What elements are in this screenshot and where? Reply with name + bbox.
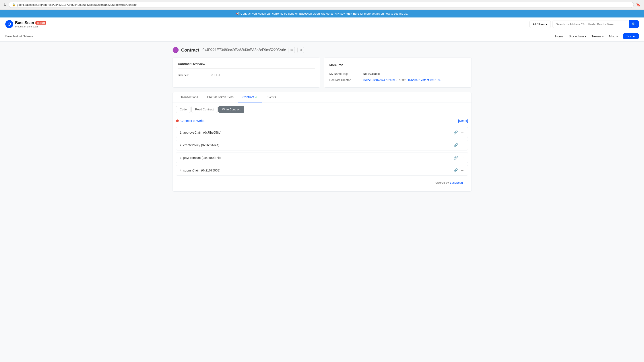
creator-value: 0x0ee812462944702c39... at txn 0x6d8a317… xyxy=(363,78,442,82)
function-expand-icon-3[interactable]: → xyxy=(461,156,464,160)
main-content: 🟣 Contract 0x4D221E73480a49f5b6B43cEA5c2… xyxy=(167,42,477,197)
search-button[interactable]: 🔍 xyxy=(629,20,639,28)
balance-value: 0 ETH xyxy=(212,73,220,77)
contract-emoji-icon: 🟣 xyxy=(172,47,179,53)
main-nav: Home Blockchain ▾ Tokens ▾ Misc ▾ Testne… xyxy=(555,33,639,39)
function-name: 1. approveClaim (0x7fbe658c) xyxy=(180,131,222,134)
filter-button[interactable]: All Filters ▾ xyxy=(530,20,551,28)
tab-transactions[interactable]: Transactions xyxy=(176,92,203,102)
testnet-nav-button[interactable]: Testnet xyxy=(623,33,639,39)
browser-bar: ↻ 🔒 goerli.basescan.org/address/0x4d221e… xyxy=(0,0,644,10)
url-bar: 🔒 goerli.basescan.org/address/0x4d221e73… xyxy=(9,2,634,8)
more-info-card: More Info ⋮ My Name Tag: Not Available C… xyxy=(324,57,472,88)
tabs-container: Transactions ERC20 Token Txns Contract ✔… xyxy=(172,92,472,192)
misc-chevron-icon: ▾ xyxy=(616,34,618,38)
function-actions: 🔗 → xyxy=(454,156,464,160)
connect-web3-link[interactable]: Connect to Web3 xyxy=(180,119,204,123)
function-expand-icon-2[interactable]: → xyxy=(461,143,464,147)
refresh-button[interactable]: ↻ xyxy=(4,3,6,7)
name-tag-value: Not Available xyxy=(363,72,380,75)
banner-suffix: for more details on how to set this up. xyxy=(360,12,408,15)
more-info-title: More Info xyxy=(329,63,343,67)
nav-tokens[interactable]: Tokens ▾ xyxy=(592,34,604,39)
contract-overview-title: Contract Overview xyxy=(178,62,315,69)
basescan-link[interactable]: BaseScan xyxy=(450,181,463,184)
logo-name: BaseScan Testnet xyxy=(15,20,46,25)
subtab-write-contract[interactable]: Write Contract xyxy=(218,106,244,113)
logo-area: BaseScan Testnet Product of Etherscan xyxy=(5,20,46,28)
function-link-icon-1[interactable]: 🔗 xyxy=(454,130,458,135)
site-header: BaseScan Testnet Product of Etherscan Al… xyxy=(0,17,644,31)
function-name: 4. submitClaim (0x91675063) xyxy=(180,169,220,172)
connect-bar: Connect to Web3 [Reset] xyxy=(176,116,468,125)
qr-code-button[interactable]: ⊞ xyxy=(298,47,304,53)
sub-tabs: Code Read Contract Write Contract xyxy=(172,102,472,113)
filter-label: All Filters xyxy=(533,22,544,26)
nav-blockchain[interactable]: Blockchain ▾ xyxy=(569,34,586,39)
copy-address-button[interactable]: ⧉ xyxy=(288,47,295,53)
name-tag-label: My Name Tag: xyxy=(329,72,360,75)
function-link-icon-3[interactable]: 🔗 xyxy=(454,156,458,160)
svg-point-0 xyxy=(7,22,12,26)
tab-erc20[interactable]: ERC20 Token Txns xyxy=(203,92,238,102)
function-name: 2. createPolicy (0x1b0f4424) xyxy=(180,143,219,147)
logo-icon xyxy=(5,20,13,28)
creator-address-link[interactable]: 0x0ee812462944702c39... xyxy=(363,78,397,82)
url-text: goerli.basescan.org/address/0x4d221e7348… xyxy=(17,3,630,6)
creator-txn-link[interactable]: 0x6d8a3173fe7f8896189... xyxy=(408,78,442,82)
contract-content: Connect to Web3 [Reset] 1. approveClaim … xyxy=(172,113,472,191)
nav-misc[interactable]: Misc ▾ xyxy=(609,34,618,39)
function-link-icon-2[interactable]: 🔗 xyxy=(454,143,458,147)
function-expand-icon-4[interactable]: → xyxy=(461,168,464,172)
divider xyxy=(329,69,466,69)
balance-row: Balance: 0 ETH xyxy=(178,72,315,78)
verified-icon: ✔ xyxy=(255,95,258,99)
chevron-down-icon: ▾ xyxy=(546,22,548,26)
logo-text: BaseScan Testnet Product of Etherscan xyxy=(15,20,46,28)
tabs-header: Transactions ERC20 Token Txns Contract ✔… xyxy=(172,92,472,102)
tokens-chevron-icon: ▾ xyxy=(602,34,604,38)
search-area: All Filters ▾ 🔍 xyxy=(530,20,639,28)
subtab-read-contract[interactable]: Read Contract xyxy=(191,106,218,113)
page-title: Contract xyxy=(181,47,199,53)
function-actions: 🔗 → xyxy=(454,168,464,172)
more-info-header: More Info ⋮ xyxy=(329,62,466,68)
function-name: 3. payPremium (0x5b554b7b) xyxy=(180,156,220,160)
testnet-badge: Testnet xyxy=(36,21,46,24)
creator-label: Contract Creator: xyxy=(329,78,360,82)
search-wrapper: 🔍 xyxy=(552,20,639,28)
logo-sub: Product of Etherscan xyxy=(15,25,46,28)
contract-overview-card: Contract Overview Balance: 0 ETH xyxy=(172,57,320,88)
reset-link[interactable]: [Reset] xyxy=(458,119,468,123)
search-input[interactable] xyxy=(552,20,628,28)
bookmark-button[interactable]: 🔖 xyxy=(636,3,640,7)
function-expand-icon-1[interactable]: → xyxy=(461,131,464,135)
subtab-code[interactable]: Code xyxy=(176,106,190,113)
lock-icon: 🔒 xyxy=(12,3,16,6)
function-link-icon-4[interactable]: 🔗 xyxy=(454,168,458,172)
function-actions: 🔗 → xyxy=(454,130,464,135)
period: . xyxy=(464,181,464,184)
connection-status-dot xyxy=(176,119,179,122)
function-item: 1. approveClaim (0x7fbe658c) 🔗 → xyxy=(176,127,468,138)
more-info-menu-button[interactable]: ⋮ xyxy=(460,62,466,68)
contract-address: 0x4D221E73480a49f5b6B43cEA5c2cF9ca52295A… xyxy=(202,48,286,52)
blockchain-chevron-icon: ▾ xyxy=(585,34,586,38)
tab-events[interactable]: Events xyxy=(262,92,280,102)
function-actions: 🔗 → xyxy=(454,143,464,147)
creator-at-text: at txn xyxy=(399,78,406,82)
announcement-banner: 📢 Contract verification can currently be… xyxy=(0,10,644,17)
function-item: 4. submitClaim (0x91675063) 🔗 → xyxy=(176,165,468,176)
banner-text: 📢 Contract verification can currently be… xyxy=(236,12,345,15)
banner-link[interactable]: Visit here xyxy=(346,12,359,15)
function-item: 2. createPolicy (0x1b0f4424) 🔗 → xyxy=(176,140,468,150)
connect-left: Connect to Web3 xyxy=(176,119,204,123)
powered-by-footer: Powered by BaseScan . xyxy=(176,177,468,188)
name-tag-row: My Name Tag: Not Available xyxy=(329,71,466,77)
overview-row: Contract Overview Balance: 0 ETH More In… xyxy=(172,57,472,88)
sub-nav: Base Testnet Network Home Blockchain ▾ T… xyxy=(0,31,644,42)
function-item: 3. payPremium (0x5b554b7b) 🔗 → xyxy=(176,152,468,163)
creator-row: Contract Creator: 0x0ee812462944702c39..… xyxy=(329,77,466,83)
nav-home[interactable]: Home xyxy=(555,34,564,39)
tab-contract[interactable]: Contract ✔ xyxy=(238,92,262,102)
